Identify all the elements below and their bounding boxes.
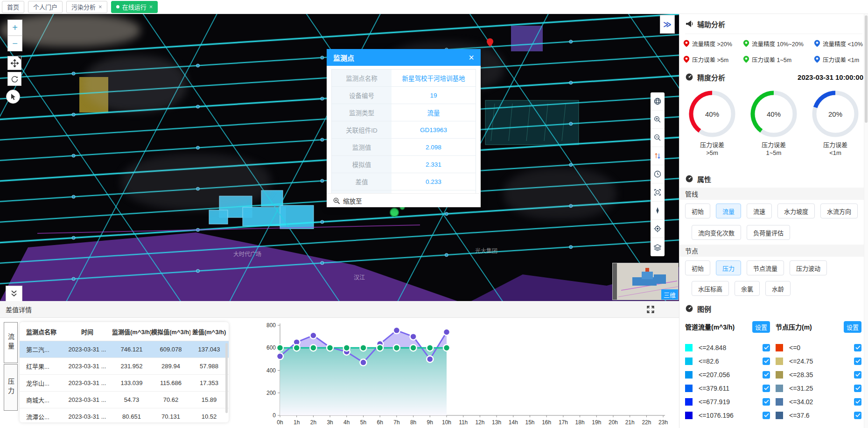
legend-item-checkbox[interactable]: [854, 412, 861, 419]
legend-item-checkbox[interactable]: [854, 398, 861, 406]
select-cursor-button[interactable]: [6, 90, 20, 104]
popup-field-value[interactable]: 2.098: [392, 139, 476, 155]
popup-field-value[interactable]: 19: [392, 87, 476, 104]
tool-globe[interactable]: [651, 92, 665, 111]
attr-button-余氯[interactable]: 余氯: [735, 281, 760, 296]
table-row[interactable]: 流潭公...2023-03-31 ...80.65170.13110.52: [20, 408, 229, 422]
legend-item-checkbox[interactable]: [854, 358, 861, 365]
table-row[interactable]: 第二汽...2023-03-31 ...746.121609.078137.04…: [20, 341, 229, 358]
map-blur-patch: [84, 56, 187, 112]
legend-item-checkbox[interactable]: [763, 358, 770, 365]
tool-history-clock[interactable]: [651, 165, 665, 183]
attr-button-水力坡度[interactable]: 水力坡度: [777, 203, 815, 218]
compass-icon: [653, 206, 662, 215]
table-cell: 2023-03-31 ...: [63, 396, 112, 403]
legend-item-checkbox[interactable]: [763, 344, 770, 351]
attr-button-水流方向[interactable]: 水流方向: [820, 203, 858, 218]
attr-button-流量[interactable]: 流量: [716, 203, 741, 218]
nav-tab-污染分析[interactable]: 污染分析×: [66, 1, 107, 13]
x-tick-label: 0h: [277, 419, 283, 426]
popup-close-icon[interactable]: ×: [469, 52, 474, 63]
legend-item-checkbox[interactable]: [763, 412, 770, 419]
legend-item-checkbox[interactable]: [763, 371, 770, 379]
gauge-icon: [685, 73, 693, 81]
side-tab-压力[interactable]: 压力: [4, 364, 18, 411]
popup-field-value[interactable]: 新星驾校干河培训基地: [392, 70, 476, 86]
zoom-out-button[interactable]: −: [7, 35, 22, 51]
map-tool-bar: [651, 92, 665, 256]
pin-legend-label: 压力误差 1~5m: [752, 55, 791, 64]
legend-settings-button[interactable]: 设置: [844, 321, 861, 333]
attr-button-流速[interactable]: 流速: [747, 203, 772, 218]
popup-field-value[interactable]: 流量: [392, 104, 476, 121]
nav-tab-在线运行[interactable]: 在线运行×: [111, 1, 158, 13]
diff-table: 监测点名称时间监测值(m^3/h)模拟值(m^3/h)差值(m^3/h)第二汽.…: [20, 322, 229, 422]
sidebar-scrollbar[interactable]: [864, 14, 868, 428]
attr-button-初始[interactable]: 初始: [685, 260, 710, 275]
side-tab-流量[interactable]: 流量: [4, 322, 18, 363]
data-point-measured: [410, 333, 417, 340]
group-bar-管线: 管线: [679, 188, 865, 200]
attr-button-水龄[interactable]: 水龄: [765, 281, 791, 296]
table-row[interactable]: 红苹果...2023-03-31 ...231.952289.9457.988: [20, 358, 229, 375]
table-header-cell: 差值(m^3/h): [190, 327, 228, 336]
legend-item: <=379.611: [685, 381, 770, 395]
nav-tab-个人门户[interactable]: 个人门户: [28, 1, 63, 13]
check-icon: [764, 372, 769, 377]
fullscreen-button[interactable]: [646, 305, 655, 314]
tool-focus-extent[interactable]: [651, 183, 665, 202]
rotate-button[interactable]: [7, 72, 21, 86]
gauge-label-line2: <1m: [805, 149, 866, 157]
table-cell: 龙华山...: [20, 379, 63, 387]
legend-item-checkbox[interactable]: [763, 385, 770, 392]
attr-button-压力[interactable]: 压力: [716, 260, 741, 275]
tool-swap-arrows[interactable]: [651, 147, 665, 165]
table-row[interactable]: 商城大...2023-03-31 ...54.7370.6215.89: [20, 392, 229, 408]
map-pin-legend-item: 压力误差 >5m: [683, 55, 743, 64]
attr-button-初始[interactable]: 初始: [685, 203, 710, 218]
attr-button-水压标高[interactable]: 水压标高: [692, 281, 729, 296]
popup-field-value[interactable]: 2023-03-31 10:00:00: [392, 190, 476, 193]
minimap[interactable]: 三维: [612, 263, 679, 300]
zoom-to-action[interactable]: 缩放至: [327, 193, 481, 208]
attr-button-流向变化次数[interactable]: 流向变化次数: [692, 225, 741, 240]
legend-item-checkbox[interactable]: [854, 385, 861, 392]
legend-item-checkbox[interactable]: [854, 371, 861, 379]
tab-close-icon[interactable]: ×: [98, 4, 102, 10]
collapse-panel-button[interactable]: [6, 286, 22, 301]
attr-button-压力波动[interactable]: 压力波动: [790, 260, 827, 275]
table-scrollbar[interactable]: [225, 343, 228, 413]
attr-button-负荷量评估[interactable]: 负荷量评估: [747, 225, 790, 240]
popup-body: 监测点名称新星驾校干河培训基地设备编号19监测类型流量关联组件IDGD13963…: [327, 66, 481, 193]
sidebar-scrollbar-thumb[interactable]: [865, 15, 868, 123]
zoom-in-button[interactable]: +: [7, 20, 22, 35]
x-tick-label: 15h: [525, 419, 534, 426]
tool-zoom-out[interactable]: [651, 129, 665, 147]
tab-close-icon[interactable]: ×: [149, 4, 153, 10]
pipe-node-dot: [321, 261, 324, 265]
nav-tab-首页[interactable]: 首页: [2, 1, 24, 13]
popup-field-label: 设备编号: [332, 87, 392, 104]
minimap-3d-button[interactable]: 三维: [661, 289, 678, 300]
megaphone-icon: [685, 20, 693, 28]
tool-locate[interactable]: [651, 220, 665, 238]
pan-button[interactable]: [7, 56, 21, 70]
map-3d-view[interactable]: 大时代广场光大集团汉江 + −: [0, 14, 679, 301]
map-place-label: 汉江: [354, 273, 365, 281]
popup-field-value[interactable]: 0.233: [392, 173, 476, 190]
data-point-measured: [310, 332, 316, 339]
legend-item-checkbox[interactable]: [763, 398, 770, 406]
popup-field-value[interactable]: 2.331: [392, 156, 476, 173]
tool-layers[interactable]: [651, 238, 665, 256]
legend-column: 管道流量(m^3/h)设置<=24.848<=82.6<=207.056<=37…: [685, 320, 770, 422]
expand-sidebar-button[interactable]: ≫: [660, 15, 675, 34]
legend-settings-button[interactable]: 设置: [752, 321, 770, 333]
map-pin-icon: [683, 40, 690, 48]
popup-field-value[interactable]: GD13963: [392, 121, 476, 138]
tool-compass[interactable]: [651, 202, 665, 220]
table-row[interactable]: 龙华山...2023-03-31 ...133.039115.68617.353: [20, 375, 229, 392]
gauge-icon: [685, 304, 693, 313]
attr-button-节点流量[interactable]: 节点流量: [747, 260, 784, 275]
tool-zoom-in[interactable]: [651, 111, 665, 129]
legend-item-checkbox[interactable]: [854, 344, 861, 351]
